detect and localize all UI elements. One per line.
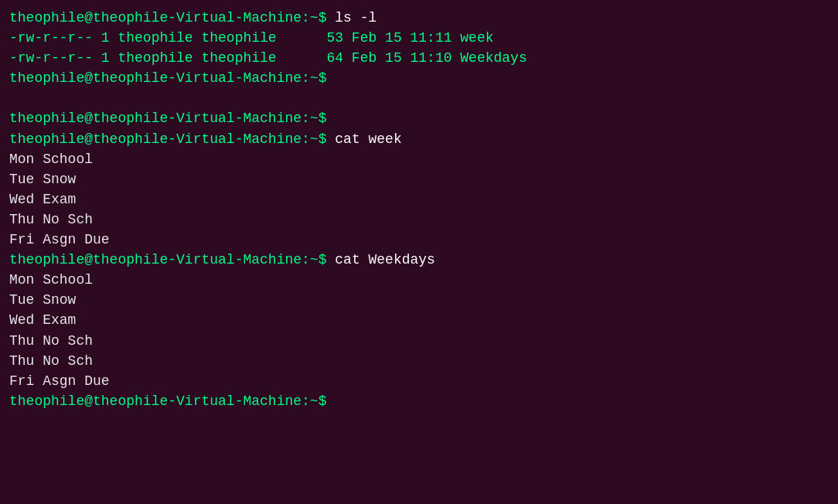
terminal-line: theophile@theophile-Virtual-Machine:~$: [9, 391, 829, 411]
terminal-line: Mon School: [9, 270, 829, 290]
command-text: cat week: [335, 131, 401, 147]
file-info-text: -rw-r--r-- 1 theophile theophile 64 Feb …: [9, 50, 527, 66]
terminal-line: theophile@theophile-Virtual-Machine:~$ c…: [9, 250, 829, 270]
prompt-text: theophile@theophile-Virtual-Machine:~$: [9, 10, 335, 26]
terminal-line: Wed Exam: [9, 310, 829, 330]
file-content-text: Fri Asgn Due: [9, 232, 110, 247]
file-content-text: Tue Snow: [9, 172, 76, 187]
file-content-text: Wed Exam: [9, 192, 76, 207]
command-text: ls -l: [335, 10, 376, 26]
terminal-line: Fri Asgn Due: [9, 230, 829, 250]
terminal-line: -rw-r--r-- 1 theophile theophile 53 Feb …: [9, 28, 829, 48]
file-content-text: Thu No Sch: [9, 353, 93, 369]
file-info-text: -rw-r--r-- 1 theophile theophile 53 Feb …: [9, 30, 494, 46]
terminal-window[interactable]: theophile@theophile-Virtual-Machine:~$ l…: [9, 8, 829, 411]
file-content-text: Tue Snow: [9, 292, 76, 308]
prompt-text: theophile@theophile-Virtual-Machine:~$: [9, 70, 326, 86]
prompt-text: theophile@theophile-Virtual-Machine:~$: [9, 131, 335, 147]
terminal-line: Fri Asgn Due: [9, 371, 829, 391]
prompt-text: theophile@theophile-Virtual-Machine:~$: [9, 393, 326, 409]
terminal-line: [9, 88, 829, 108]
terminal-line: Mon School: [9, 149, 829, 169]
terminal-line: theophile@theophile-Virtual-Machine:~$: [9, 108, 829, 128]
file-content-text: Thu No Sch: [9, 333, 93, 349]
terminal-line: Thu No Sch: [9, 331, 829, 351]
terminal-line: theophile@theophile-Virtual-Machine:~$ l…: [9, 8, 829, 28]
prompt-text: theophile@theophile-Virtual-Machine:~$: [9, 252, 335, 267]
file-content-text: Mon School: [9, 152, 93, 167]
file-content-text: Wed Exam: [9, 312, 76, 328]
file-content-text: Mon School: [9, 272, 93, 288]
command-text: cat Weekdays: [335, 252, 435, 267]
file-content-text: Fri Asgn Due: [9, 373, 110, 389]
terminal-line: Thu No Sch: [9, 209, 829, 230]
terminal-line: Tue Snow: [9, 169, 829, 189]
prompt-text: theophile@theophile-Virtual-Machine:~$: [9, 111, 326, 126]
terminal-line: theophile@theophile-Virtual-Machine:~$: [9, 68, 829, 88]
terminal-line: Wed Exam: [9, 189, 829, 209]
terminal-line: Thu No Sch: [9, 351, 829, 371]
terminal-line: -rw-r--r-- 1 theophile theophile 64 Feb …: [9, 48, 829, 68]
terminal-line: Tue Snow: [9, 290, 829, 310]
terminal-line: theophile@theophile-Virtual-Machine:~$ c…: [9, 129, 829, 149]
file-content-text: Thu No Sch: [9, 212, 93, 227]
